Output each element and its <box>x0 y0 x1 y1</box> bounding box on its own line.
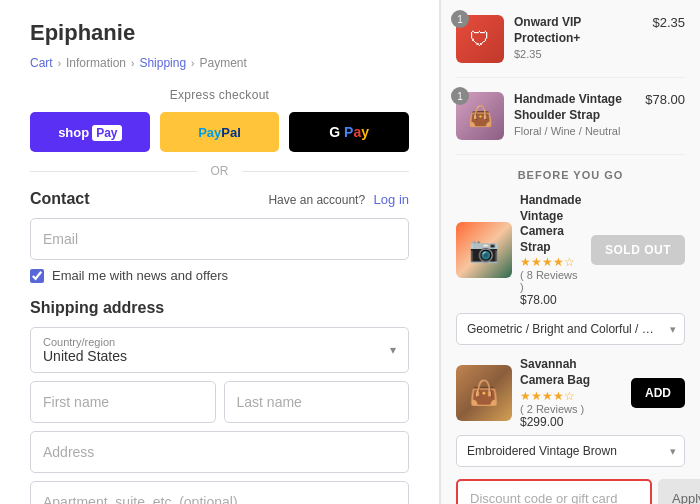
shipping-title: Shipping address <box>30 299 409 317</box>
upsell-item-2-image: 👜 <box>456 365 512 421</box>
upsell-item-2: 👜 Savannah Camera Bag ★★★★☆ ( 2 Reviews … <box>456 357 685 466</box>
apartment-field[interactable] <box>30 481 409 504</box>
upsell-item-1-sold-out-button: SOLD OUT <box>591 235 685 265</box>
paypal-label: PayPal <box>198 125 241 140</box>
country-label: Country/region <box>43 336 396 348</box>
order-item-2-name: Handmade Vintage Shoulder Strap <box>514 92 635 123</box>
or-divider: OR <box>30 164 409 178</box>
upsell-item-2-stars: ★★★★☆ <box>520 389 623 403</box>
country-region-wrapper[interactable]: Country/region United States ▾ <box>30 327 409 373</box>
upsell-item-1-variant-text: Geometric / Bright and Colorful / Vin <box>467 322 654 336</box>
upsell-item-2-variant-arrow-icon: ▾ <box>670 444 676 457</box>
order-item-2-price: $78.00 <box>645 92 685 107</box>
order-summary-panel: 🛡 1 Onward VIP Protection+ $2.35 $2.35 👜… <box>440 0 700 504</box>
upsell-item-2-row: 👜 Savannah Camera Bag ★★★★☆ ( 2 Reviews … <box>456 357 685 428</box>
breadcrumb-information: Information <box>66 56 126 70</box>
first-name-field[interactable] <box>30 381 216 423</box>
order-item-2-img-wrap: 👜 1 <box>456 92 504 140</box>
order-items-list: 🛡 1 Onward VIP Protection+ $2.35 $2.35 👜… <box>456 15 685 155</box>
breadcrumb-cart[interactable]: Cart <box>30 56 53 70</box>
upsell-item-1: 📷 Handmade Vintage Camera Strap ★★★★☆ ( … <box>456 193 685 345</box>
last-name-field[interactable] <box>224 381 410 423</box>
order-item-1-price: $2.35 <box>652 15 685 30</box>
paypal-button[interactable]: PayPal <box>160 112 280 152</box>
upsell-item-1-details: Handmade Vintage Camera Strap ★★★★☆ ( 8 … <box>520 193 583 307</box>
breadcrumb-sep-3: › <box>191 58 194 69</box>
gpay-button[interactable]: G Pay <box>289 112 409 152</box>
order-item-1-name: Onward VIP Protection+ <box>514 15 642 46</box>
before-you-go-label: BEFORE YOU GO <box>456 169 685 181</box>
newsletter-row: Email me with news and offers <box>30 268 409 283</box>
upsell-item-2-reviews: ( 2 Reviews ) <box>520 403 623 415</box>
contact-section-header: Contact Have an account? Log in <box>30 190 409 208</box>
upsell-item-2-variant-select[interactable]: Embroidered Vintage Brown ▾ <box>456 435 685 467</box>
breadcrumb-payment: Payment <box>199 56 246 70</box>
upsell-item-2-details: Savannah Camera Bag ★★★★☆ ( 2 Reviews ) … <box>520 357 623 428</box>
order-item-1-badge: 1 <box>451 10 469 28</box>
order-item-2-sub: Floral / Wine / Neutral <box>514 125 635 137</box>
order-item-2-details: Handmade Vintage Shoulder Strap Floral /… <box>514 92 635 137</box>
order-item-1-details: Onward VIP Protection+ $2.35 <box>514 15 642 60</box>
order-item-1-img-wrap: 🛡 1 <box>456 15 504 63</box>
name-row <box>30 381 409 423</box>
order-item-1-sub: $2.35 <box>514 48 642 60</box>
brand-title: Epiphanie <box>30 20 409 46</box>
breadcrumb: Cart › Information › Shipping › Payment <box>30 56 409 70</box>
upsell-item-2-price: $299.00 <box>520 415 623 429</box>
upsell-item-1-stars: ★★★★☆ <box>520 255 583 269</box>
upsell-item-2-variant-text: Embroidered Vintage Brown <box>467 444 654 458</box>
express-buttons: shopPay PayPal G Pay <box>30 112 409 152</box>
upsell-item-2-name: Savannah Camera Bag <box>520 357 623 388</box>
shop-pay-label: shopPay <box>58 125 121 140</box>
gpay-label: G Pay <box>329 124 369 140</box>
newsletter-label: Email me with news and offers <box>52 268 228 283</box>
order-item-2: 👜 1 Handmade Vintage Shoulder Strap Flor… <box>456 92 685 155</box>
order-item-2-badge: 1 <box>451 87 469 105</box>
breadcrumb-shipping[interactable]: Shipping <box>139 56 186 70</box>
shipping-section: Shipping address Country/region United S… <box>30 299 409 504</box>
upsell-item-1-reviews: ( 8 Reviews ) <box>520 269 583 293</box>
express-checkout-label: Express checkout <box>30 88 409 102</box>
address-field[interactable] <box>30 431 409 473</box>
upsell-item-1-variant-arrow-icon: ▾ <box>670 323 676 336</box>
upsell-item-1-name: Handmade Vintage Camera Strap <box>520 193 583 255</box>
order-item-1: 🛡 1 Onward VIP Protection+ $2.35 $2.35 <box>456 15 685 78</box>
upsell-item-1-row: 📷 Handmade Vintage Camera Strap ★★★★☆ ( … <box>456 193 685 307</box>
newsletter-checkbox[interactable] <box>30 269 44 283</box>
contact-title: Contact <box>30 190 90 208</box>
discount-row: Apply <box>456 479 685 504</box>
upsell-item-1-image: 📷 <box>456 222 512 278</box>
email-field[interactable] <box>30 218 409 260</box>
shop-pay-button[interactable]: shopPay <box>30 112 150 152</box>
account-text: Have an account? <box>268 193 365 207</box>
breadcrumb-sep-1: › <box>58 58 61 69</box>
apply-discount-button[interactable]: Apply <box>658 479 700 504</box>
upsell-item-1-variant-select[interactable]: Geometric / Bright and Colorful / Vin ▾ <box>456 313 685 345</box>
upsell-item-2-add-button[interactable]: ADD <box>631 378 685 408</box>
discount-input[interactable] <box>456 479 652 504</box>
login-link[interactable]: Log in <box>374 192 409 207</box>
country-select[interactable]: United States <box>43 348 396 364</box>
upsell-item-1-price: $78.00 <box>520 293 583 307</box>
account-prompt: Have an account? Log in <box>268 190 409 208</box>
breadcrumb-sep-2: › <box>131 58 134 69</box>
